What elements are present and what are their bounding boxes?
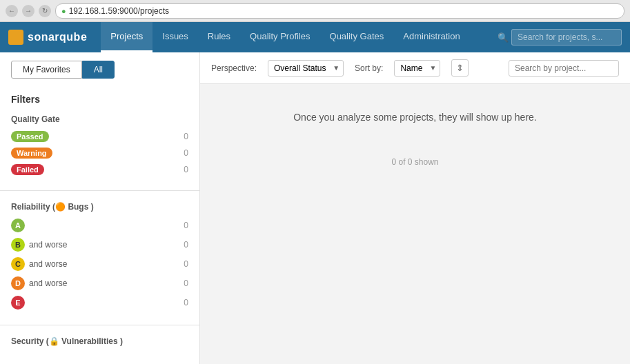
logo-text: sonarqube [28, 31, 87, 43]
nav-projects[interactable]: Projects [101, 22, 152, 52]
reliability-c-count: 0 [184, 259, 188, 269]
sidebar: My Favorites All Filters Quality Gate Pa… [0, 52, 200, 364]
main-layout: My Favorites All Filters Quality Gate Pa… [0, 52, 630, 364]
reliability-section: Reliability (🟠 Bugs ) A 0 B and worse 0 [0, 196, 199, 319]
warning-count: 0 [184, 148, 188, 158]
security-title: Security (🔒 Vulnerabilities ) [11, 336, 188, 346]
reliability-b-count: 0 [184, 240, 188, 250]
reliability-d-count: 0 [184, 279, 188, 288]
search-input[interactable] [511, 29, 622, 46]
quality-gate-title: Quality Gate [11, 114, 188, 124]
passed-count: 0 [184, 132, 188, 141]
address-text: 192.168.1.59:9000/projects [69, 6, 169, 16]
reliability-d-row: D and worse 0 [11, 275, 188, 292]
reliability-c-row: C and worse 0 [11, 256, 188, 272]
sort-order-button[interactable]: ⇕ [451, 59, 469, 77]
sort-select[interactable]: Name [394, 60, 440, 77]
address-bar: ● 192.168.1.59:9000/projects [55, 3, 624, 19]
rating-e-badge[interactable]: E [11, 296, 25, 310]
main-content: Perspective: Overall Status ▼ Sort by: N… [200, 52, 630, 364]
reliability-b-row: B and worse 0 [11, 236, 188, 253]
nav-search: 🔍 [498, 29, 622, 46]
nav-quality-profiles[interactable]: Quality Profiles [240, 22, 319, 52]
reliability-a-count: 0 [184, 221, 188, 230]
empty-message: Once you analyze some projects, they wil… [214, 112, 616, 123]
reliability-e-row: E 0 [11, 294, 188, 311]
browser-bar: ← → ↻ ● 192.168.1.59:9000/projects [0, 0, 630, 22]
nav-issues[interactable]: Issues [152, 22, 198, 52]
perspective-bar: Perspective: Overall Status ▼ Sort by: N… [200, 52, 630, 84]
reliability-b-label: and worse [29, 240, 67, 250]
perspective-select-wrapper: Overall Status ▼ [268, 60, 344, 77]
perspective-label: Perspective: [211, 63, 257, 73]
reliability-title: Reliability (🟠 Bugs ) [11, 202, 188, 212]
shown-count: 0 of 0 shown [200, 157, 630, 167]
refresh-button[interactable]: ↻ [39, 5, 51, 17]
security-section: Security (🔒 Vulnerabilities ) [0, 331, 199, 357]
logo: sonarqube [8, 30, 87, 45]
rating-d-badge[interactable]: D [11, 276, 25, 290]
filter-warning-row: Warning 0 [11, 146, 188, 160]
nav-quality-gates[interactable]: Quality Gates [320, 22, 394, 52]
reliability-a-row: A 0 [11, 217, 188, 234]
section-divider-2 [0, 325, 199, 325]
failed-count: 0 [184, 165, 188, 174]
filters-title: Filters [0, 87, 199, 109]
search-icon: 🔍 [498, 32, 509, 43]
reliability-d-label: and worse [29, 279, 67, 288]
my-favorites-button[interactable]: My Favorites [11, 61, 82, 79]
filter-failed-row: Failed 0 [11, 163, 188, 176]
sort-select-wrapper: Name ▼ [394, 60, 440, 77]
navbar: sonarqube Projects Issues Rules Quality … [0, 22, 630, 52]
forward-button[interactable]: → [22, 5, 35, 17]
back-button[interactable]: ← [6, 5, 18, 17]
rating-b-badge[interactable]: B [11, 238, 25, 252]
nav-administration[interactable]: Administration [393, 22, 469, 52]
view-toggle-area: My Favorites All [0, 52, 199, 87]
lock-icon: ● [61, 7, 66, 15]
logo-cube [8, 30, 23, 45]
filter-passed-row: Passed 0 [11, 130, 188, 143]
warning-badge[interactable]: Warning [11, 148, 52, 159]
nav-rules[interactable]: Rules [198, 22, 240, 52]
empty-state: Once you analyze some projects, they wil… [200, 84, 630, 150]
perspective-select[interactable]: Overall Status [268, 60, 344, 77]
reliability-e-count: 0 [184, 298, 188, 307]
quality-gate-section: Quality Gate Passed 0 Warning 0 Failed 0 [0, 109, 199, 185]
sort-label: Sort by: [355, 63, 383, 73]
rating-c-badge[interactable]: C [11, 257, 25, 271]
search-project-input[interactable] [509, 60, 619, 77]
failed-badge[interactable]: Failed [11, 164, 44, 175]
passed-badge[interactable]: Passed [11, 131, 49, 142]
section-divider-1 [0, 190, 199, 191]
rating-a-badge[interactable]: A [11, 219, 25, 232]
reliability-c-label: and worse [29, 259, 67, 269]
all-button[interactable]: All [82, 61, 115, 79]
